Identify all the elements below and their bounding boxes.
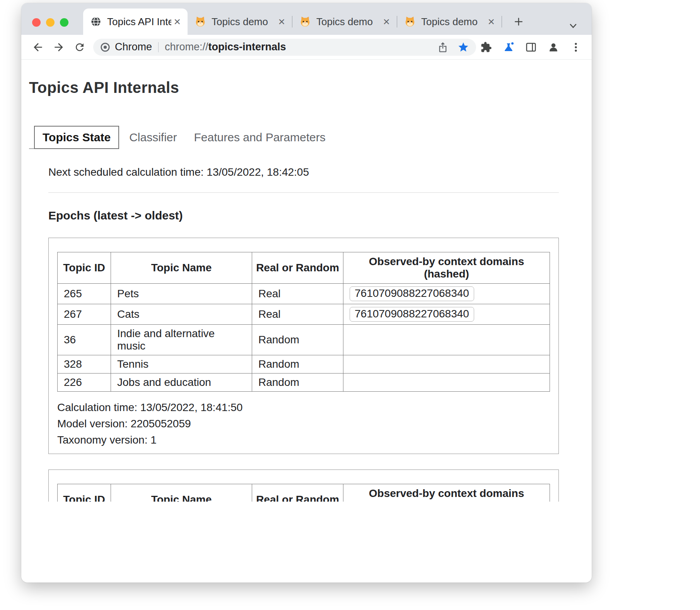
hashed-domain-value: 7610709088227068340 [350, 286, 474, 301]
col-header-topic-name: Topic Name [111, 484, 252, 502]
topic-name-cell: Pets [111, 284, 252, 304]
cat-favicon-icon [299, 16, 311, 27]
toolbar-actions [477, 38, 586, 56]
three-dots-icon [570, 41, 582, 53]
observed-by-cell [343, 374, 550, 392]
divider [48, 192, 559, 193]
chrome-logo-icon [100, 42, 110, 52]
tab-title: Topics demo [212, 16, 276, 28]
col-header-topic-id: Topic ID [58, 484, 111, 502]
browser-menu-button[interactable] [567, 38, 585, 56]
browser-tab-topics-demo-3[interactable]: Topics demo × [397, 9, 502, 35]
next-calculation-time: Next scheduled calculation time: 13/05/2… [48, 166, 559, 178]
browser-tab-topics-demo-2[interactable]: Topics demo × [292, 9, 397, 35]
browser-tabs: Topics API Intern × Topics demo × [83, 9, 527, 35]
tab-close-icon[interactable]: × [381, 16, 392, 27]
address-divider [158, 42, 159, 52]
observed-by-cell [343, 325, 550, 355]
table-row: 265 Pets Real 7610709088227068340 [58, 284, 550, 304]
window-maximize-button[interactable] [60, 18, 68, 27]
browser-tab-topics-demo-1[interactable]: Topics demo × [188, 9, 292, 35]
tab-topics-state[interactable]: Topics State [34, 126, 119, 149]
chevron-down-icon [567, 21, 579, 31]
model-version: Model version: 2205052059 [57, 416, 550, 432]
star-icon [458, 41, 469, 53]
puzzle-icon [480, 41, 492, 53]
tab-features-and-parameters[interactable]: Features and Parameters [186, 126, 334, 149]
topic-name-cell: Tennis [111, 355, 252, 374]
col-header-real-or-random: Real or Random [252, 484, 343, 502]
window-controls [32, 18, 68, 27]
side-panel-icon [525, 41, 537, 53]
cat-favicon-icon [404, 16, 416, 27]
taxonomy-version: Taxonomy version: 1 [57, 432, 550, 448]
epoch-meta: Calculation time: 13/05/2022, 18:41:50 M… [57, 399, 550, 448]
epoch-card-1: Topic ID Topic Name Real or Random Obser… [48, 238, 559, 454]
share-icon [437, 42, 448, 53]
tab-close-icon[interactable]: × [171, 16, 183, 27]
address-bar[interactable]: Chrome chrome:// topics-internals [93, 39, 476, 56]
tab-close-icon[interactable]: × [485, 16, 497, 27]
table-header-row: Topic ID Topic Name Real or Random Obser… [58, 252, 550, 284]
epochs-heading: Epochs (latest -> oldest) [48, 209, 559, 222]
flask-icon [503, 41, 514, 53]
cat-favicon-icon [195, 16, 206, 27]
col-header-topic-id: Topic ID [58, 252, 111, 284]
col-header-observed-by: Observed-by context domains (hashed) [343, 252, 550, 284]
chrome-labs-button[interactable] [500, 38, 517, 56]
back-arrow-icon [32, 41, 44, 53]
window-close-button[interactable] [32, 18, 41, 27]
hashed-domain-value: 7610709088227068340 [350, 307, 474, 322]
url-scheme: chrome:// [165, 41, 208, 53]
back-button[interactable] [27, 37, 48, 58]
topic-id-cell: 328 [58, 355, 111, 374]
page-title: Topics API Internals [29, 79, 592, 96]
real-or-random-cell: Random [252, 374, 343, 392]
tab-strip: Topics API Intern × Topics demo × [21, 3, 592, 35]
reload-button[interactable] [69, 37, 90, 58]
table-row: 226 Jobs and education Random [58, 374, 550, 392]
plus-icon [513, 16, 524, 27]
observed-by-cell [343, 355, 550, 374]
real-or-random-cell: Random [252, 325, 343, 355]
table-row: 267 Cats Real 7610709088227068340 [58, 304, 550, 325]
topic-id-cell: 226 [58, 374, 111, 392]
page-content: Topics API Internals Topics State Classi… [21, 60, 592, 502]
bookmark-button[interactable] [458, 41, 469, 53]
epoch-card-2: Topic ID Topic Name Real or Random Obser… [48, 469, 559, 502]
topic-name-cell: Indie and alternative music [111, 325, 252, 355]
real-or-random-cell: Random [252, 355, 343, 374]
avatar-icon [548, 41, 559, 53]
window-minimize-button[interactable] [46, 18, 55, 27]
table-row: 328 Tennis Random [58, 355, 550, 374]
side-panel-button[interactable] [522, 38, 540, 56]
tab-title: Topics demo [316, 16, 381, 28]
topic-id-cell: 36 [58, 325, 111, 355]
calculation-time: Calculation time: 13/05/2022, 18:41:50 [57, 399, 550, 416]
browser-tab-topics-internals[interactable]: Topics API Intern × [83, 9, 188, 35]
address-product-label: Chrome [115, 41, 152, 53]
share-button[interactable] [437, 42, 448, 53]
reload-icon [74, 41, 85, 53]
col-header-real-or-random: Real or Random [252, 252, 343, 284]
real-or-random-cell: Real [252, 304, 343, 325]
profile-button[interactable] [545, 38, 562, 56]
topics-state-panel: Next scheduled calculation time: 13/05/2… [48, 166, 559, 502]
tab-close-icon[interactable]: × [276, 16, 287, 27]
table-row: 36 Indie and alternative music Random [58, 325, 550, 355]
new-tab-button[interactable] [510, 14, 527, 30]
extensions-button[interactable] [477, 38, 495, 56]
col-header-observed-by: Observed-by context domains (hashed) [343, 484, 550, 502]
tab-search-button[interactable] [566, 20, 580, 32]
tab-separator [502, 16, 502, 27]
col-header-topic-name: Topic Name [111, 252, 252, 284]
forward-arrow-icon [53, 41, 65, 53]
observed-by-cell: 7610709088227068340 [343, 304, 550, 325]
forward-button[interactable] [48, 37, 69, 58]
tab-classifier[interactable]: Classifier [121, 126, 185, 149]
tab-title: Topics API Intern [107, 16, 171, 28]
browser-toolbar: Chrome chrome:// topics-internals [21, 35, 592, 60]
url-host: topics-internals [208, 41, 286, 53]
epoch-table-2: Topic ID Topic Name Real or Random Obser… [57, 484, 550, 502]
epoch-table-1: Topic ID Topic Name Real or Random Obser… [57, 252, 550, 392]
